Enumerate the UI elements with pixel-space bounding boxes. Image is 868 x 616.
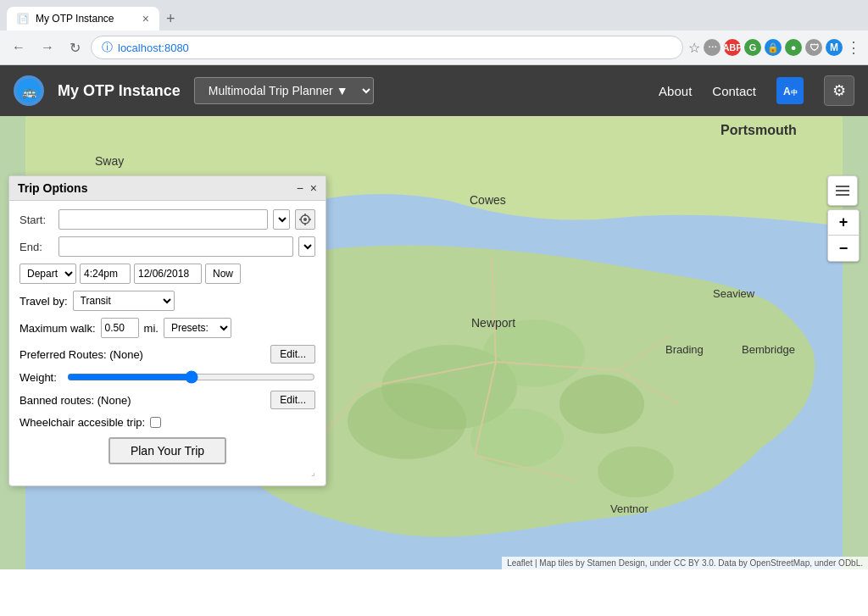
svg-point-12	[559, 375, 644, 434]
layers-btn[interactable]	[827, 175, 858, 206]
preferred-routes-row: Preferred Routes: (None) Edit...	[19, 345, 315, 363]
travel-row: Travel by: Transit Walk Bicycle Car	[19, 291, 315, 311]
map-attribution: Leaflet | Map tiles by Stamen Design, un…	[502, 557, 868, 569]
svg-point-13	[598, 447, 674, 497]
svg-point-11	[470, 408, 564, 468]
date-input[interactable]	[134, 264, 202, 284]
panel-title: Trip Options	[18, 181, 87, 195]
ext-icon-1[interactable]: ⋯	[704, 39, 721, 56]
end-select[interactable]	[298, 236, 315, 257]
presets-select[interactable]: Presets: Normal Fast Slow	[164, 318, 231, 338]
mode-selector[interactable]: Multimodal Trip Planner ▼	[194, 77, 374, 104]
svg-text:Cowes: Cowes	[470, 193, 506, 207]
tab-close-btn[interactable]: ×	[142, 12, 149, 25]
tab-title: My OTP Instance	[36, 13, 136, 25]
svg-text:Bembridge: Bembridge	[742, 343, 795, 356]
walk-input[interactable]	[101, 318, 139, 338]
panel-minimize-btn[interactable]: −	[297, 181, 303, 195]
tab-bar: 📄 My OTP Instance × +	[0, 0, 868, 31]
app: 🚌 My OTP Instance Multimodal Trip Planne…	[0, 65, 868, 569]
panel-header: Trip Options − ×	[9, 176, 326, 201]
banned-routes-row: Banned routes: (None) Edit...	[19, 391, 315, 409]
preferred-routes-label: Preferred Routes: (None)	[19, 348, 265, 361]
app-logo: 🚌	[14, 75, 44, 106]
map-area[interactable]: Portsmouth Sway Cowes Newport Seaview Br…	[0, 116, 868, 569]
browser-icons: ☆ ⋯ ABP G 🔒 ● 🛡 M ⋮	[688, 38, 861, 57]
forward-btn[interactable]: →	[36, 36, 59, 58]
ext-icon-shield[interactable]: 🛡	[805, 39, 822, 56]
ext-icon-circle[interactable]: ●	[785, 39, 802, 56]
svg-text:Portsmouth: Portsmouth	[721, 123, 797, 137]
attribution-text: Leaflet | Map tiles by Stamen Design, un…	[507, 558, 863, 568]
weight-row: Weight:	[19, 370, 315, 384]
walk-row: Maximum walk: mi. Presets: Normal Fast S…	[19, 318, 315, 338]
end-row: End:	[19, 236, 315, 257]
svg-text:Brading: Brading	[665, 343, 704, 356]
favicon: 📄	[17, 13, 29, 25]
walk-label: Maximum walk:	[19, 322, 96, 335]
svg-rect-32	[836, 194, 849, 196]
svg-text:🚌: 🚌	[22, 85, 37, 99]
end-label: End:	[19, 241, 53, 253]
nav-contact-link[interactable]: Contact	[712, 84, 756, 98]
svg-rect-33	[836, 190, 849, 191]
back-btn[interactable]: ←	[7, 36, 31, 58]
address-text: localhost:8080	[118, 42, 189, 54]
svg-text:Sway: Sway	[95, 154, 124, 168]
active-tab[interactable]: 📄 My OTP Instance ×	[7, 7, 159, 31]
travel-label: Travel by:	[19, 295, 68, 308]
weight-slider[interactable]	[67, 370, 315, 384]
zoom-controls: + −	[827, 209, 860, 262]
map-controls: + −	[827, 175, 860, 262]
more-icon[interactable]: ⋮	[846, 38, 861, 57]
address-input-wrap[interactable]: ⓘ localhost:8080	[91, 36, 683, 59]
new-tab-btn[interactable]: +	[159, 10, 182, 28]
preferred-routes-edit-btn[interactable]: Edit...	[270, 345, 315, 363]
wheelchair-row: Wheelchair accesible trip:	[19, 416, 315, 429]
ext-icon-abp[interactable]: ABP	[724, 39, 741, 56]
browser-chrome: 📄 My OTP Instance × + ← → ↻ ⓘ localhost:…	[0, 0, 868, 65]
start-input[interactable]	[58, 209, 268, 230]
resize-handle[interactable]: ⌟	[19, 468, 315, 477]
travel-select[interactable]: Transit Walk Bicycle Car	[73, 291, 175, 311]
ext-icon-lock[interactable]: 🔒	[765, 39, 782, 56]
svg-point-10	[348, 383, 466, 459]
zoom-in-btn[interactable]: +	[828, 210, 859, 236]
profile-icon[interactable]: M	[826, 39, 843, 56]
banned-routes-edit-btn[interactable]: Edit...	[270, 391, 315, 409]
svg-text:中: 中	[791, 89, 798, 97]
bookmark-icon[interactable]: ☆	[688, 40, 700, 56]
panel-body: Start: End: Depart Arr	[9, 201, 326, 486]
now-btn[interactable]: Now	[205, 264, 241, 284]
trip-panel: Trip Options − × Start: En	[8, 175, 326, 486]
svg-text:Seaview: Seaview	[713, 287, 755, 300]
ext-icon-g[interactable]: G	[744, 39, 761, 56]
svg-text:Newport: Newport	[471, 316, 515, 330]
header-nav: About Contact A中 ⚙	[659, 75, 854, 106]
svg-point-36	[303, 218, 307, 221]
svg-point-9	[483, 319, 585, 387]
plan-trip-btn[interactable]: Plan Your Trip	[108, 437, 226, 464]
lock-icon: ⓘ	[102, 40, 113, 55]
refresh-btn[interactable]: ↻	[64, 36, 86, 59]
end-input[interactable]	[58, 236, 293, 257]
start-select[interactable]	[273, 209, 290, 230]
svg-text:📄: 📄	[19, 14, 29, 25]
translate-btn[interactable]: A中	[776, 77, 804, 104]
settings-btn[interactable]: ⚙	[824, 75, 854, 106]
weight-label: Weight:	[19, 371, 62, 384]
time-input[interactable]	[80, 264, 131, 284]
start-label: Start:	[19, 214, 53, 226]
start-row: Start:	[19, 209, 315, 230]
wheelchair-checkbox[interactable]	[150, 417, 161, 428]
banned-routes-label: Banned routes: (None)	[19, 394, 265, 407]
nav-about-link[interactable]: About	[659, 84, 692, 98]
depart-select[interactable]: Depart Arrive	[19, 264, 76, 284]
zoom-out-btn[interactable]: −	[828, 236, 859, 261]
start-location-btn[interactable]	[295, 209, 315, 230]
svg-text:A: A	[783, 86, 791, 97]
walk-unit: mi.	[144, 322, 159, 335]
svg-rect-34	[836, 186, 849, 187]
panel-controls: − ×	[297, 181, 317, 195]
panel-close-btn[interactable]: ×	[310, 181, 317, 195]
